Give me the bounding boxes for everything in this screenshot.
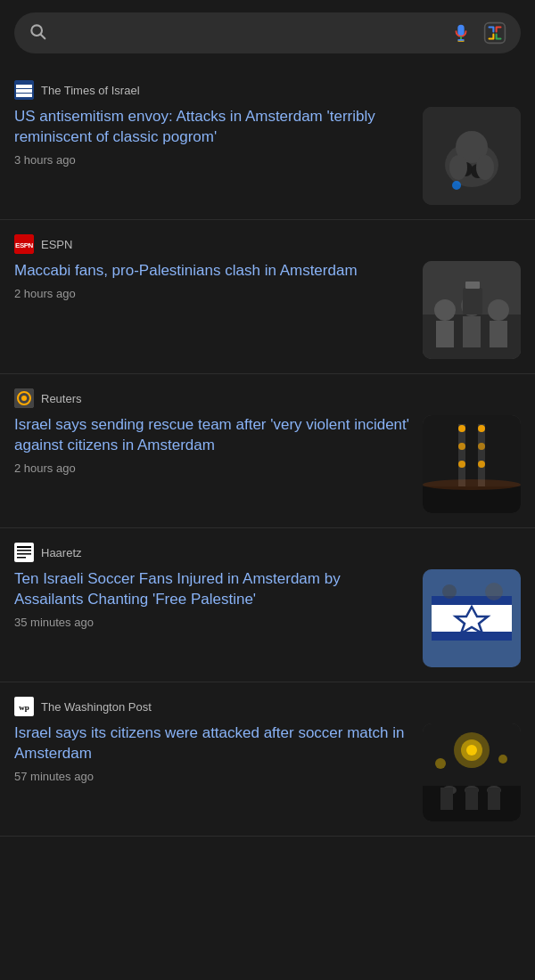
svg-point-33 (21, 396, 27, 401)
news-time: 2 hours ago (14, 461, 412, 475)
svg-rect-29 (463, 288, 482, 314)
svg-rect-48 (17, 557, 26, 559)
news-time: 2 hours ago (14, 287, 412, 300)
news-item-5[interactable]: wp The Washington Post Israel says its c… (0, 682, 535, 837)
source-logo-toi (14, 80, 34, 100)
news-text: Israel says sending rescue team after 'v… (14, 415, 412, 475)
svg-rect-49 (17, 546, 31, 548)
svg-point-27 (488, 299, 509, 321)
svg-point-64 (498, 755, 507, 764)
lens-icon[interactable] (483, 21, 506, 45)
search-bar-container (0, 0, 535, 66)
news-item-2[interactable]: ESPN ESPN Maccabi fans, pro-Palestinians… (0, 220, 535, 374)
svg-rect-43 (423, 486, 521, 513)
svg-rect-9 (16, 89, 32, 93)
svg-rect-70 (465, 788, 478, 810)
svg-rect-69 (440, 788, 453, 810)
source-row: Reuters (14, 388, 521, 408)
source-name: Reuters (41, 392, 82, 405)
svg-point-37 (458, 425, 465, 432)
news-headline: Ten Israeli Soccer Fans Injured in Amste… (14, 569, 412, 610)
mic-icon[interactable] (451, 23, 471, 43)
content-row: US antisemitism envoy: Attacks in Amster… (14, 107, 521, 205)
svg-point-16 (449, 155, 467, 180)
svg-rect-8 (16, 85, 32, 88)
news-item-1[interactable]: The Times of Israel US antisemitism envo… (0, 66, 535, 220)
source-logo-reuters (14, 388, 34, 408)
news-thumbnail (423, 261, 521, 359)
svg-line-1 (41, 34, 45, 38)
source-logo-haaretz (14, 543, 34, 562)
news-thumbnail (423, 723, 521, 821)
source-name: The Washington Post (41, 700, 152, 714)
svg-point-18 (452, 181, 461, 190)
svg-rect-30 (465, 282, 480, 289)
news-headline: Israel says sending rescue team after 'v… (14, 415, 412, 456)
svg-rect-10 (16, 94, 32, 97)
news-list: The Times of Israel US antisemitism envo… (0, 66, 535, 837)
source-row: The Times of Israel (14, 80, 521, 100)
svg-rect-71 (488, 788, 500, 810)
svg-point-39 (458, 461, 465, 468)
news-time: 57 minutes ago (14, 770, 412, 783)
content-row: Ten Israeli Soccer Fans Injured in Amste… (14, 569, 521, 667)
svg-point-41 (478, 443, 485, 450)
news-thumbnail (423, 107, 521, 205)
svg-rect-26 (463, 316, 481, 347)
svg-point-17 (476, 155, 494, 180)
svg-rect-53 (432, 632, 512, 641)
news-text: Ten Israeli Soccer Fans Injured in Amste… (14, 569, 412, 629)
news-item-4[interactable]: Haaretz Ten Israeli Soccer Fans Injured … (0, 528, 535, 682)
source-row: Haaretz (14, 543, 521, 562)
news-headline: Israel says its citizens were attacked a… (14, 723, 412, 764)
news-text: Israel says its citizens were attacked a… (14, 723, 412, 783)
source-logo-wp: wp (14, 697, 34, 716)
source-name: Haaretz (41, 546, 82, 559)
svg-point-40 (478, 425, 485, 432)
search-icon (29, 22, 46, 45)
search-bar[interactable] (14, 12, 521, 53)
svg-rect-24 (436, 321, 454, 347)
svg-point-44 (423, 479, 521, 490)
content-row: Israel says its citizens were attacked a… (14, 723, 521, 821)
news-thumbnail (423, 415, 521, 513)
svg-rect-28 (490, 321, 507, 347)
svg-text:wp: wp (19, 703, 29, 712)
svg-point-62 (466, 745, 477, 755)
news-headline: Maccabi fans, pro-Palestinians clash in … (14, 261, 412, 282)
news-text: Maccabi fans, pro-Palestinians clash in … (14, 261, 412, 300)
svg-point-42 (478, 461, 485, 468)
news-time: 35 minutes ago (14, 616, 412, 629)
svg-text:ESPN: ESPN (15, 241, 34, 249)
content-row: Maccabi fans, pro-Palestinians clash in … (14, 261, 521, 359)
svg-point-38 (458, 443, 465, 450)
source-logo-espn: ESPN (14, 234, 34, 254)
news-thumbnail (423, 569, 521, 667)
news-item-3[interactable]: Reuters Israel says sending rescue team … (0, 374, 535, 528)
news-text: US antisemitism envoy: Attacks in Amster… (14, 107, 412, 167)
source-name: The Times of Israel (41, 84, 140, 97)
svg-point-56 (442, 584, 457, 599)
svg-point-23 (434, 299, 456, 321)
search-icons-right (451, 21, 506, 45)
svg-rect-47 (17, 553, 31, 555)
svg-point-55 (485, 583, 503, 600)
source-row: wp The Washington Post (14, 697, 521, 716)
svg-rect-6 (485, 23, 506, 44)
svg-point-63 (435, 758, 446, 769)
svg-rect-45 (14, 543, 34, 562)
source-row: ESPN ESPN (14, 234, 521, 254)
news-time: 3 hours ago (14, 153, 412, 167)
news-headline: US antisemitism envoy: Attacks in Amster… (14, 107, 412, 148)
svg-rect-46 (17, 550, 31, 551)
content-row: Israel says sending rescue team after 'v… (14, 415, 521, 513)
source-name: ESPN (41, 238, 72, 251)
